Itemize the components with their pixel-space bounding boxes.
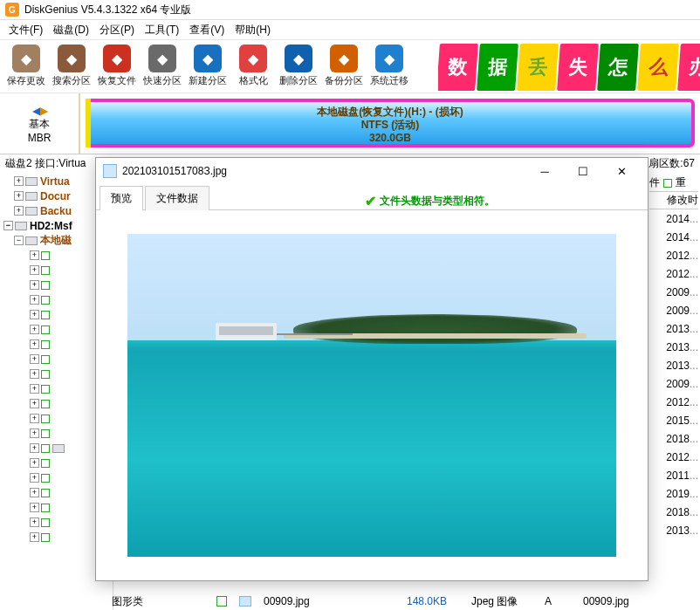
recover-checkbox[interactable] <box>41 370 50 379</box>
app-title: DiskGenius V5.4.3.1322 x64 专业版 <box>24 3 191 17</box>
toolbar-button-3[interactable]: ◆快速分区 <box>140 43 185 89</box>
file-time-cell[interactable]: 2013... <box>649 521 698 539</box>
toolbar-button-2[interactable]: ◆恢复文件 <box>94 43 140 89</box>
expand-toggle-icon[interactable]: + <box>30 280 39 290</box>
file-time-cell[interactable]: 2012... <box>649 264 698 283</box>
expand-toggle-icon[interactable]: + <box>30 399 39 408</box>
file-time-cell[interactable]: 2013... <box>649 338 698 356</box>
menu-help[interactable]: 帮助(H) <box>230 21 276 39</box>
menu-file[interactable]: 文件(F) <box>3 21 48 39</box>
expand-toggle-icon[interactable]: + <box>30 265 39 275</box>
recover-checkbox[interactable] <box>41 281 50 290</box>
recover-checkbox[interactable] <box>41 251 50 260</box>
recover-checkbox[interactable] <box>41 296 50 305</box>
toolbar-icon: ◆ <box>375 45 403 72</box>
tab-file-data[interactable]: 文件数据 <box>145 186 209 210</box>
recover-checkbox[interactable] <box>41 504 50 512</box>
partition-bar[interactable]: 本地磁盘(恢复文件)(H:) - (损坏) NTFS (活动) 320.0GB <box>86 99 695 147</box>
file-time-cell[interactable]: 2009... <box>649 374 698 393</box>
expand-toggle-icon[interactable]: + <box>30 354 39 364</box>
expand-toggle-icon[interactable]: + <box>30 369 39 379</box>
recover-checkbox[interactable] <box>41 400 50 408</box>
recover-checkbox[interactable] <box>41 459 50 468</box>
menu-disk[interactable]: 磁盘(D) <box>48 21 94 39</box>
file-time-cell[interactable]: 2011... <box>649 466 698 484</box>
recover-checkbox[interactable] <box>41 429 50 438</box>
file-time-cell[interactable]: 2012... <box>649 448 698 466</box>
expand-toggle-icon[interactable]: + <box>30 488 39 497</box>
disk-mbr-label: MBR <box>28 132 51 144</box>
file-time-cell[interactable]: 2014... <box>649 209 698 228</box>
toolbar-button-6[interactable]: ◆删除分区 <box>276 43 321 89</box>
recover-checkbox[interactable] <box>41 385 50 394</box>
tab-preview[interactable]: 预览 <box>100 186 143 210</box>
expand-toggle-icon[interactable]: + <box>30 310 39 319</box>
expand-toggle-icon[interactable]: + <box>30 384 39 394</box>
file-row-checkbox[interactable] <box>216 596 227 607</box>
expand-toggle-icon[interactable]: − <box>3 221 13 230</box>
expand-toggle-icon[interactable]: + <box>30 473 39 483</box>
check-icon: ✔ <box>365 193 376 209</box>
expand-toggle-icon[interactable]: + <box>30 414 39 423</box>
recover-checkbox[interactable] <box>41 489 50 497</box>
expand-toggle-icon[interactable]: + <box>30 458 39 468</box>
recover-checkbox[interactable] <box>41 533 50 542</box>
file-time-cell[interactable]: 2015... <box>649 411 698 429</box>
expand-toggle-icon[interactable]: + <box>30 295 39 305</box>
recover-checkbox[interactable] <box>41 415 50 423</box>
file-col-header[interactable]: 件 <box>649 175 660 190</box>
expand-toggle-icon[interactable]: + <box>30 443 39 453</box>
expand-toggle-icon[interactable]: + <box>30 517 39 527</box>
disk-map[interactable]: 本地磁盘(恢复文件)(H:) - (损坏) NTFS (活动) 320.0GB <box>80 93 700 154</box>
toolbar-button-7[interactable]: ◆备份分区 <box>321 43 367 89</box>
file-time-cell[interactable]: 2013... <box>649 319 698 338</box>
dup-checkbox-icon[interactable] <box>663 179 672 188</box>
menu-tools[interactable]: 工具(T) <box>140 21 184 39</box>
maximize-button[interactable]: ☐ <box>564 159 602 183</box>
preview-titlebar[interactable]: 20210310151708З.jpg ─ ☐ ✕ <box>96 158 648 184</box>
recover-checkbox[interactable] <box>41 266 50 275</box>
dup-col-header[interactable]: 重 <box>676 175 686 190</box>
recover-checkbox[interactable] <box>41 474 50 483</box>
close-button[interactable]: ✕ <box>602 159 641 183</box>
expand-toggle-icon[interactable]: + <box>30 250 39 260</box>
toolbar-button-0[interactable]: ◆保存更改 <box>3 43 49 89</box>
toolbar-button-8[interactable]: ◆系统迁移 <box>367 43 412 89</box>
file-time-cell[interactable]: 2009... <box>649 301 698 319</box>
toolbar-button-1[interactable]: ◆搜索分区 <box>49 43 94 89</box>
file-time-cell[interactable]: 2013... <box>649 356 698 374</box>
minimize-button[interactable]: ─ <box>525 159 564 183</box>
file-time-cell[interactable]: 2018... <box>649 503 698 521</box>
expand-toggle-icon[interactable]: + <box>30 339 39 349</box>
file-time-cell[interactable]: 2018... <box>649 429 698 448</box>
expand-toggle-icon[interactable]: + <box>14 176 24 186</box>
promo-banner[interactable]: 数据丢失怎么办 DiskGenius <box>438 40 700 94</box>
file-time-cell[interactable]: 2009... <box>649 283 698 301</box>
recover-checkbox[interactable] <box>41 518 50 527</box>
recover-checkbox[interactable] <box>41 326 50 334</box>
toolbar-button-4[interactable]: ◆新建分区 <box>185 43 230 89</box>
expand-toggle-icon[interactable]: − <box>14 236 24 245</box>
recover-checkbox[interactable] <box>41 311 50 319</box>
menu-part[interactable]: 分区(P) <box>94 21 140 39</box>
file-row-peek[interactable]: 图形类 00909.jpg 148.0KB Jpeg 图像 A 00909.jp… <box>112 593 648 610</box>
menu-view[interactable]: 查看(V) <box>184 21 230 39</box>
partition-size: 320.0GB <box>89 132 691 145</box>
file-time-cell[interactable]: 2019... <box>649 484 698 503</box>
recover-checkbox[interactable] <box>41 355 50 364</box>
toolbar-button-5[interactable]: ◆格式化 <box>230 43 276 89</box>
recover-checkbox[interactable] <box>41 444 50 453</box>
expand-toggle-icon[interactable]: + <box>30 503 39 512</box>
recover-checkbox[interactable] <box>41 340 50 349</box>
expand-toggle-icon[interactable]: + <box>30 325 39 334</box>
expand-toggle-icon[interactable]: + <box>14 191 24 201</box>
modtime-col-header[interactable]: 修改时 <box>667 193 698 208</box>
file-name: 00909.jpg <box>264 595 395 607</box>
nav-arrows[interactable]: ◀ ▶ <box>32 103 46 117</box>
file-time-cell[interactable]: 2012... <box>649 393 698 411</box>
expand-toggle-icon[interactable]: + <box>30 428 39 438</box>
expand-toggle-icon[interactable]: + <box>30 532 39 542</box>
expand-toggle-icon[interactable]: + <box>14 206 24 216</box>
file-time-cell[interactable]: 2012... <box>649 246 698 264</box>
file-time-cell[interactable]: 2014... <box>649 228 698 246</box>
